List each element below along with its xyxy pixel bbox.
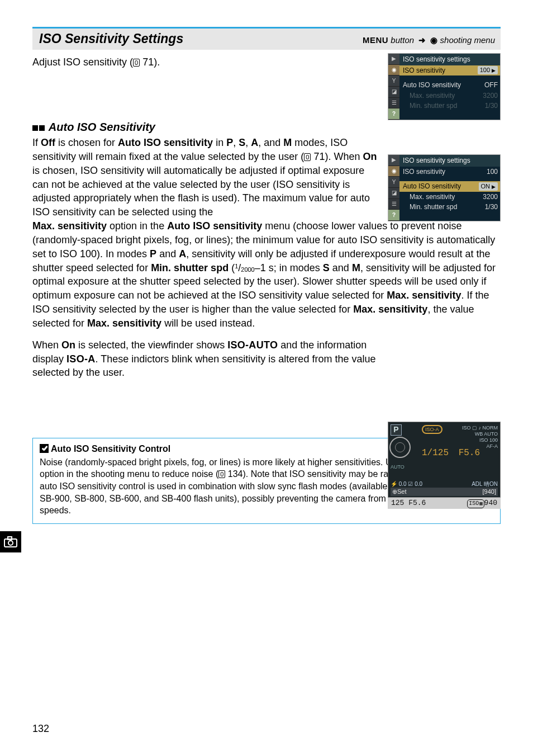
tab-wrench-icon: Y (388, 75, 399, 87)
vf-right: ISO▦940 (467, 498, 497, 508)
row-value: 3200 (483, 192, 498, 202)
intro-end: ). (154, 56, 160, 68)
row-value: 100 (478, 66, 498, 74)
menu-screenshot-iso-off: ▶ ◉ Y ◪ ☰ ? ISO sensitivity settings ISO… (388, 53, 501, 120)
subsection-heading: Auto ISO Sensitivity (32, 120, 501, 135)
menu-button-label: MENU (363, 35, 388, 45)
menu-title: ISO sensitivity settings (399, 155, 500, 167)
arrow-icon: ➜ (418, 35, 426, 46)
info-display: P ISO-A ISO ▢ ♪ NORM WB AUTO ISO 100 AF-… (388, 422, 501, 498)
shots-remaining: [940] (483, 488, 496, 496)
svg-point-2 (8, 541, 13, 545)
menu-body: ISO sensitivity settings ISO sensitivity… (399, 155, 500, 221)
heading-marker-icon (32, 125, 38, 131)
tab-help-icon: ? (388, 210, 399, 221)
menu-row-maxsens-disabled: Max. sensitivity 3200 (399, 91, 500, 101)
camera-icon (4, 536, 17, 547)
row-value: 1/30 (485, 101, 498, 111)
tab-retouch-icon: ◪ (388, 188, 399, 199)
row-value: 100 (487, 167, 498, 177)
vf-exposure: 125 F5.6 (391, 498, 426, 508)
row-label: ISO sensitivity (403, 66, 445, 75)
page-ref-71: 71 (142, 56, 154, 68)
shooting-menu-label: shooting menu (440, 35, 495, 45)
row-label: Auto ISO sensitivity (403, 81, 461, 90)
shutter-speed: 1/125 (422, 448, 449, 458)
row-label: Min. shutter spd (410, 101, 457, 111)
section-title: ISO Sensitivity Settings (39, 30, 183, 48)
info-display-screenshot: P ISO-A ISO ▢ ♪ NORM WB AUTO ISO 100 AF-… (388, 422, 501, 509)
tab-recent-icon: ☰ (388, 98, 399, 109)
set-hint: ⊕Set (392, 488, 407, 496)
top-status-icons: ISO ▢ ♪ NORM WB AUTO ISO 100 AF-A (462, 425, 498, 450)
tab-camera-icon: ◉ (388, 166, 399, 177)
viewfinder-bar: 125 F5.6 ISO▦940 (388, 498, 501, 509)
section-header: ISO Sensitivity Settings MENU button ➜ ◉… (32, 27, 501, 50)
section-meta: MENU button ➜ ◉ shooting menu (363, 35, 495, 46)
subsection-title: Auto ISO Sensitivity (49, 121, 155, 133)
bottom-row: ⊕Set [940] (391, 488, 498, 496)
tab-camera-icon: ◉ (388, 65, 399, 76)
menu-row-maxsens: Max. sensitivity 3200 (399, 192, 500, 202)
tab-recent-icon: ☰ (388, 199, 399, 210)
tab-help-icon: ? (388, 108, 399, 120)
svg-rect-1 (8, 537, 12, 540)
menu-title: ISO sensitivity settings (399, 54, 500, 65)
auto-label: AUTO (391, 464, 404, 470)
menu-tabs: ▶ ◉ Y ◪ ☰ ? (388, 54, 399, 120)
mode-dial-icon (389, 437, 411, 458)
exposure-readout: 1/125 F5.6 (422, 447, 480, 459)
tab-play-icon: ▶ (388, 155, 399, 166)
paragraph-viewfinder-indicator: When On is selected, the viewfinder show… (32, 338, 501, 380)
menu-row-iso: ISO sensitivity 100 (399, 65, 500, 76)
heading-marker-icon (39, 125, 45, 131)
check-icon (40, 444, 49, 453)
row-label: Auto ISO sensitivity (403, 182, 461, 191)
menu-screenshot-iso-on: ▶ ◉ Y ◪ ☰ ? ISO sensitivity settings ISO… (388, 154, 501, 221)
row-value: ON (479, 182, 498, 191)
row-value: 3200 (483, 91, 498, 101)
section-tab-camera (0, 531, 21, 552)
tab-play-icon: ▶ (388, 54, 399, 65)
row-label: Max. sensitivity (410, 192, 455, 202)
page-ref-icon: 0 (304, 153, 311, 161)
menu-body: ISO sensitivity settings ISO sensitivity… (399, 54, 500, 120)
menu-tabs: ▶ ◉ Y ◪ ☰ ? (388, 155, 399, 221)
camera-icon: ◉ (430, 35, 437, 45)
mode-indicator: P (391, 424, 402, 436)
row-label: Min. shutter spd (410, 202, 457, 212)
page-ref-icon: 0 (133, 59, 140, 67)
row-value: OFF (484, 81, 498, 90)
row-label: ISO sensitivity (403, 167, 445, 177)
menu-row-minshutter: Min. shutter spd 1/30 (399, 202, 500, 212)
page-number: 132 (32, 722, 49, 736)
row-value: 1/30 (485, 202, 498, 212)
intro-text: Adjust ISO sensitivity ( (32, 56, 133, 68)
tab-retouch-icon: ◪ (388, 87, 399, 98)
page-ref-icon: 0 (218, 470, 225, 478)
row-label: Max. sensitivity (410, 91, 455, 101)
tab-wrench-icon: Y (388, 177, 399, 188)
button-word: button (391, 35, 414, 45)
page-ref-134: 134 (228, 469, 243, 479)
iso-auto-badge: ISO-A (422, 425, 442, 434)
menu-row-minshutter-disabled: Min. shutter spd 1/30 (399, 101, 500, 111)
menu-row-iso: ISO sensitivity 100 (399, 167, 500, 177)
menu-row-autoiso: Auto ISO sensitivity OFF (399, 80, 500, 91)
aperture: F5.6 (459, 448, 480, 458)
menu-row-autoiso: Auto ISO sensitivity ON (399, 181, 500, 192)
vf-shots: 940 (484, 499, 497, 507)
vf-iso-pill: ISO▦ (467, 499, 484, 508)
